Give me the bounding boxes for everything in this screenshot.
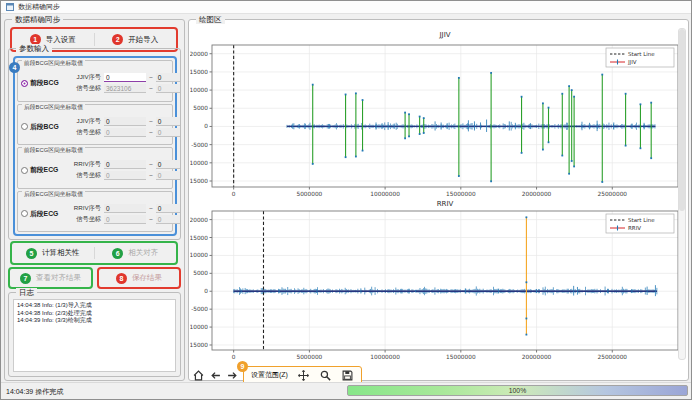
app-icon (6, 3, 14, 11)
svg-text:10000000: 10000000 (370, 191, 400, 197)
value-end-input[interactable]: 0 (156, 171, 180, 180)
save-result-button[interactable]: 8 保存结果 (99, 269, 179, 287)
log-group-title: 日志 (16, 288, 37, 297)
radio-后段ECG[interactable]: 后段ECG (21, 209, 67, 219)
param-section-2: 前段ECG区间坐标取值前段ECGRRIV序号0~0信号坐标0~0 (17, 147, 173, 189)
step-badge-5: 5 (26, 248, 37, 259)
field-label: JJIV序号 (70, 73, 101, 82)
value-start-input[interactable]: 0 (104, 128, 146, 137)
param-section-title: 后段ECG区间坐标取值 (22, 191, 85, 198)
view-result-box: 7 查看对齐结果 (8, 267, 93, 289)
svg-text:25000000: 25000000 (598, 354, 628, 360)
params-box: 4 前段BCG区间坐标取值前段BCGJJIV序号0~0信号坐标3623106~0… (13, 56, 177, 236)
svg-text:0: 0 (232, 191, 236, 197)
radio-前段ECG[interactable]: 前段ECG (21, 165, 67, 175)
forward-arrow-icon[interactable] (226, 369, 239, 382)
compute-correlation-button[interactable]: 5 计算相关性 (12, 243, 94, 263)
param-section-title: 后段BCG区间坐标取值 (22, 104, 85, 111)
field-label: 信号坐标 (70, 171, 101, 180)
range-tilde: ~ (149, 161, 153, 168)
svg-text:20000: 20000 (190, 217, 208, 223)
svg-text:0: 0 (232, 354, 236, 360)
params-group-title: 参数输入 (16, 44, 52, 53)
step-badge-2: 2 (112, 34, 123, 45)
compute-correlation-label: 计算相关性 (42, 248, 80, 258)
home-icon[interactable] (192, 369, 205, 382)
step-badge-6: 6 (112, 248, 123, 259)
plot-panel-title: 绘图区 (196, 15, 225, 24)
step-badge-9: 9 (237, 361, 248, 372)
value-start-input[interactable]: 0 (104, 73, 146, 82)
param-section-body: 前段ECGRRIV序号0~0信号坐标0~0 (21, 154, 169, 187)
window-title: 数据精确同步 (18, 3, 60, 11)
scrollbar-thumb[interactable] (679, 29, 685, 211)
param-row: 信号坐标3623106~0 (70, 84, 180, 93)
zoom-icon[interactable] (319, 369, 332, 382)
radio-后段BCG[interactable]: 后段BCG (21, 122, 67, 132)
svg-text:15000: 15000 (190, 69, 208, 75)
radio-dot[interactable] (21, 80, 28, 87)
param-section-3: 后段ECG区间坐标取值后段ECGRRIV序号0~0信号坐标0~0 (17, 191, 173, 233)
value-start-input[interactable]: 3623106 (104, 84, 146, 93)
svg-text:-15000: -15000 (190, 178, 208, 184)
value-start-input[interactable]: 0 (104, 160, 146, 169)
value-end-input[interactable]: 0 (156, 128, 180, 137)
svg-text:-5000: -5000 (191, 142, 208, 148)
svg-text:JJIV: JJIV (439, 31, 451, 39)
param-row: JJIV序号0~0 (70, 73, 180, 82)
svg-text:15000000: 15000000 (446, 191, 476, 197)
param-rows: RRIV序号0~0信号坐标0~0 (70, 160, 180, 180)
field-label: 信号坐标 (70, 128, 101, 137)
radio-dot[interactable] (21, 123, 28, 130)
correlation-align-button[interactable]: 6 相关对齐 (95, 243, 177, 263)
svg-text:RRIV: RRIV (437, 200, 454, 208)
status-message: 14:04:39 操作完成 (6, 387, 63, 397)
plot-panel: 绘图区 050000001000000015000000200000002500… (188, 19, 689, 381)
log-line: 14:04:38 Info: (2/3)处理完成 (17, 310, 172, 318)
sync-panel-title: 数据精确同步 (12, 15, 63, 24)
value-end-input[interactable]: 0 (156, 73, 180, 82)
value-start-input[interactable]: 0 (104, 204, 146, 213)
svg-text:10000000: 10000000 (370, 354, 400, 360)
field-label: JJIV序号 (70, 117, 101, 126)
radio-dot[interactable] (21, 167, 28, 174)
svg-text:-15000: -15000 (190, 342, 208, 348)
param-section-1: 后段BCG区间坐标取值后段BCGJJIV序号0~0信号坐标0~0 (17, 104, 173, 146)
param-rows: RRIV序号0~0信号坐标0~0 (70, 204, 180, 224)
value-end-input[interactable]: 0 (156, 215, 180, 224)
param-section-title: 前段BCG区间坐标取值 (22, 60, 85, 67)
save-icon[interactable] (341, 369, 354, 382)
value-start-input[interactable]: 0 (104, 117, 146, 126)
save-result-label: 保存结果 (132, 273, 162, 283)
plot-scrollbar[interactable] (678, 28, 686, 360)
param-row: JJIV序号0~0 (70, 117, 180, 126)
step-badge-7: 7 (20, 273, 31, 284)
svg-text:JJIV: JJIV (627, 59, 637, 66)
value-end-input[interactable]: 0 (156, 84, 180, 93)
value-end-input[interactable]: 0 (156, 117, 180, 126)
view-align-result-button[interactable]: 7 查看对齐结果 (10, 269, 91, 287)
progress-percent: 100% (348, 387, 687, 394)
back-arrow-icon[interactable] (209, 369, 222, 382)
jjiv-chart: 0500000010000000150000002000000025000000… (190, 27, 686, 197)
radio-dot[interactable] (21, 210, 28, 217)
radio-label: 前段ECG (30, 165, 58, 175)
svg-text:10000: 10000 (190, 252, 208, 258)
param-row: 信号坐标0~0 (70, 128, 180, 137)
pan-icon[interactable] (297, 369, 310, 382)
status-bar: 14:04:39 操作完成 100% (1, 382, 691, 399)
svg-text:5000000: 5000000 (296, 191, 322, 197)
value-end-input[interactable]: 0 (156, 204, 180, 213)
set-range-button[interactable]: 设置范围(Z) (251, 370, 288, 380)
value-end-input[interactable]: 0 (156, 160, 180, 169)
range-tilde: ~ (149, 118, 153, 125)
value-start-input[interactable]: 0 (104, 215, 146, 224)
svg-text:-5000: -5000 (191, 306, 208, 312)
step-badge-8: 8 (116, 273, 127, 284)
svg-text:15000: 15000 (190, 235, 208, 241)
radio-前段BCG[interactable]: 前段BCG (21, 78, 67, 88)
svg-text:5000000: 5000000 (296, 354, 322, 360)
svg-text:-10000: -10000 (190, 160, 208, 166)
value-start-input[interactable]: 0 (104, 171, 146, 180)
start-import-button[interactable]: 2 开始导入 (95, 29, 177, 50)
